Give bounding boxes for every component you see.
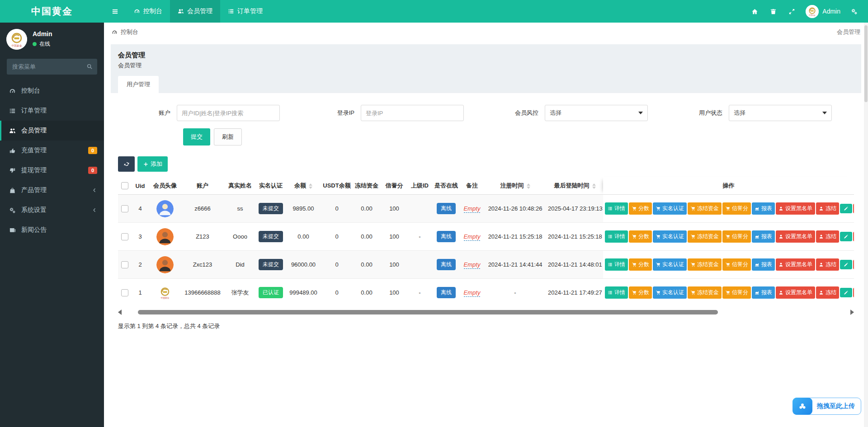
sidebar-search-input[interactable] [7,59,97,75]
row-checkbox[interactable] [121,261,128,268]
action-realname-button[interactable]: 实名认证 [653,258,687,271]
action-credit-score-button[interactable]: 信誉分 [722,286,751,299]
vertical-scrollbar-thumb[interactable] [864,25,868,102]
clear-cache-button[interactable] [764,8,783,15]
remark-link[interactable]: Empty [464,205,481,213]
cell-register-time: 2024-11-26 10:48:26 [484,195,547,223]
sort-icon[interactable] [592,183,596,189]
action-realname-button[interactable]: 实名认证 [653,202,687,215]
action-report-button[interactable]: 报表 [752,202,775,215]
sidebar-item-产品管理[interactable]: 产品管理 [0,180,104,200]
submit-button[interactable]: 提交 [183,128,210,145]
action-freeze-funds-button[interactable]: 冻结资金 [688,258,722,271]
column-header-最后登陆时间[interactable]: 最后登陆时间 [547,177,603,195]
scroll-right-arrow[interactable] [850,310,854,315]
row-checkbox[interactable] [121,233,128,240]
cell-online: 离线 [432,251,460,279]
settings-button[interactable] [845,8,863,15]
action-detail-button[interactable]: 详情 [605,286,628,299]
action-freeze-button[interactable]: 冻结 [816,202,839,215]
action-freeze-funds-button[interactable]: 冻结资金 [688,286,722,299]
scrollbar-thumb[interactable] [138,310,718,314]
cell-online: 离线 [432,279,460,307]
cart-icon [632,206,637,211]
user-menu[interactable]: 中国黄金 Admin [801,5,845,18]
nav-item-会员管理[interactable]: 会员管理 [170,0,220,23]
tab-user-management[interactable]: 用户管理 [118,76,159,93]
sidebar-item-提现管理[interactable]: 提现管理0 [0,160,104,180]
add-button[interactable]: 添加 [137,156,168,172]
action-blacklist-button[interactable]: 设置黑名单 [776,230,815,243]
sidebar-item-控制台[interactable]: 控制台 [0,81,104,101]
remark-link[interactable]: Empty [464,261,481,269]
drag-upload-button[interactable]: 拖拽至此上传 [793,398,862,415]
sidebar-item-订单管理[interactable]: 订单管理 [0,101,104,121]
scroll-left-arrow[interactable] [118,310,122,315]
nav-item-订单管理[interactable]: 订单管理 [220,0,270,23]
action-credit-score-button[interactable]: 信誉分 [722,230,751,243]
row-edit-button[interactable] [840,232,852,241]
row-delete-button[interactable] [853,204,854,213]
select-all-checkbox[interactable] [121,182,128,189]
breadcrumb-location[interactable]: 控制台 [112,28,138,36]
action-freeze-button[interactable]: 冻结 [816,286,839,299]
refresh-button[interactable]: 刷新 [214,128,242,145]
action-detail-button[interactable]: 详情 [605,202,628,215]
remark-link[interactable]: Empty [464,289,481,297]
row-delete-button[interactable] [853,260,854,269]
pencil-icon [844,206,849,211]
member-avatar [156,228,174,245]
table-refresh-button[interactable] [118,156,135,172]
login-ip-input[interactable] [361,105,464,121]
sidebar-item-新闻公告[interactable]: 新闻公告 [0,220,104,240]
account-search-input[interactable] [177,105,280,121]
action-freeze-funds-button[interactable]: 冻结资金 [688,202,722,215]
scrollbar-track[interactable] [123,310,849,314]
row-delete-button[interactable] [853,288,854,297]
row-edit-button[interactable] [840,204,852,213]
action-score-button[interactable]: 分数 [629,202,652,215]
action-report-button[interactable]: 报表 [752,230,775,243]
action-freeze-funds-button[interactable]: 冻结资金 [688,230,722,243]
row-delete-button[interactable] [853,232,854,241]
user-status-select[interactable]: 选择 [729,105,832,121]
row-checkbox[interactable] [121,205,128,212]
sidebar-item-会员管理[interactable]: 会员管理 [0,121,104,141]
action-blacklist-button[interactable]: 设置黑名单 [776,286,815,299]
action-freeze-button[interactable]: 冻结 [816,258,839,271]
row-edit-button[interactable] [840,260,852,269]
column-header-注册时间[interactable]: 注册时间 [484,177,547,195]
action-detail-button[interactable]: 详情 [605,258,628,271]
column-header-会员头像: 会员头像 [149,177,181,195]
action-report-button[interactable]: 报表 [752,286,775,299]
action-realname-button[interactable]: 实名认证 [653,286,687,299]
remark-link[interactable]: Empty [464,233,481,241]
online-badge: 离线 [437,231,456,242]
fullscreen-button[interactable] [783,8,801,15]
vertical-scrollbar[interactable] [864,23,868,427]
row-edit-button[interactable] [840,288,852,297]
action-freeze-button[interactable]: 冻结 [816,230,839,243]
action-score-button[interactable]: 分数 [629,258,652,271]
action-blacklist-button[interactable]: 设置黑名单 [776,202,815,215]
action-credit-score-button[interactable]: 信誉分 [722,202,751,215]
sort-icon[interactable] [309,183,312,189]
sidebar-item-充值管理[interactable]: 充值管理0 [0,141,104,160]
risk-select[interactable]: 选择 [545,105,648,121]
home-button[interactable] [745,8,764,15]
action-detail-button[interactable]: 详情 [605,230,628,243]
action-credit-score-button[interactable]: 信誉分 [722,258,751,271]
row-checkbox[interactable] [121,289,128,296]
action-report-button[interactable]: 报表 [752,258,775,271]
sort-icon[interactable] [527,183,530,189]
nav-item-控制台[interactable]: 控制台 [126,0,170,23]
sidebar-toggle-button[interactable] [104,0,126,23]
action-realname-button[interactable]: 实名认证 [653,230,687,243]
action-score-button[interactable]: 分数 [629,286,652,299]
search-icon[interactable] [86,63,93,70]
action-score-button[interactable]: 分数 [629,230,652,243]
action-blacklist-button[interactable]: 设置黑名单 [776,258,815,271]
column-header-余额[interactable]: 余额 [285,177,321,195]
brand-logo[interactable]: 中国黄金 [0,0,104,23]
sidebar-item-系统设置[interactable]: 系统设置 [0,200,104,220]
